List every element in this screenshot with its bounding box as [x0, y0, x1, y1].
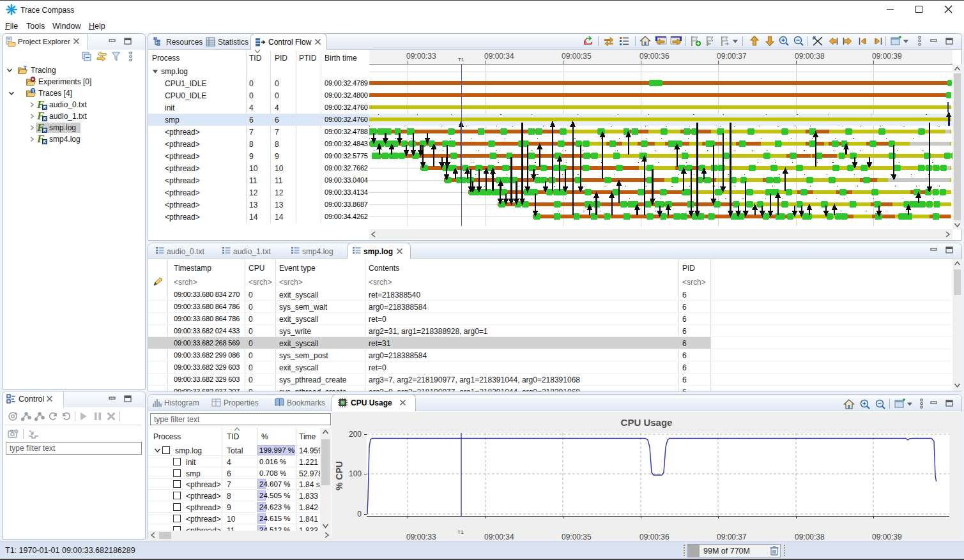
svg-text:09:00:37: 09:00:37 — [717, 533, 747, 540]
svg-text:09:00:36: 09:00:36 — [639, 52, 669, 61]
svg-text:200: 200 — [349, 430, 362, 439]
svg-text:% CPU: % CPU — [334, 461, 344, 490]
svg-text:09:00:39: 09:00:39 — [872, 533, 902, 540]
svg-text:09:00:35: 09:00:35 — [562, 533, 592, 540]
svg-text:T1: T1 — [458, 57, 464, 63]
svg-text:09:00:33: 09:00:33 — [406, 52, 436, 61]
svg-text:09:00:36: 09:00:36 — [639, 533, 669, 540]
svg-text:T1: T1 — [457, 529, 464, 535]
svg-text:T: T — [32, 88, 35, 94]
svg-text:CPU Usage: CPU Usage — [621, 417, 673, 428]
svg-text:09:00:37: 09:00:37 — [717, 52, 747, 61]
svg-text:T: T — [24, 65, 27, 71]
svg-text:09:00:39: 09:00:39 — [872, 52, 902, 61]
svg-text:09:00:38: 09:00:38 — [795, 533, 825, 540]
svg-text:09:00:35: 09:00:35 — [562, 52, 592, 61]
svg-text:09:00:33: 09:00:33 — [406, 533, 436, 540]
svg-text:09:00:34: 09:00:34 — [484, 533, 514, 540]
svg-text:0: 0 — [357, 510, 362, 518]
svg-text:09:00:34: 09:00:34 — [484, 52, 514, 61]
svg-text:09:00:38: 09:00:38 — [795, 52, 825, 61]
svg-text:100: 100 — [349, 469, 362, 478]
